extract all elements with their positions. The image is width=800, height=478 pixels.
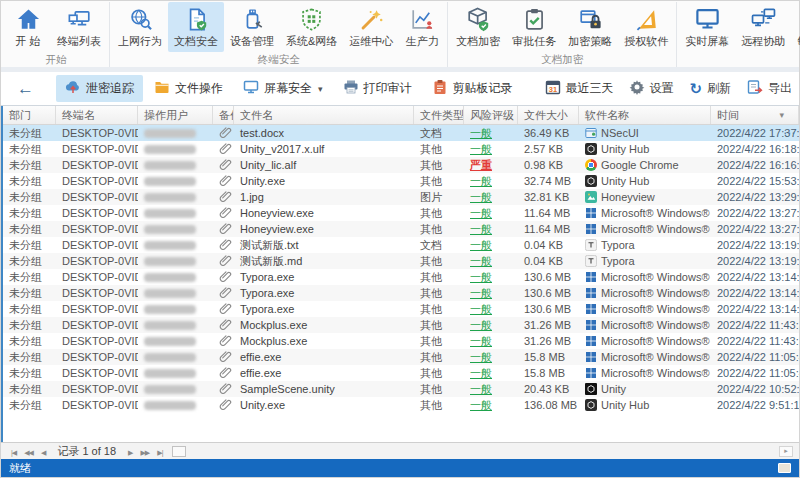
- date-range-button[interactable]: 31最近三天: [536, 75, 623, 102]
- table-row[interactable]: 未分组DESKTOP-0VIDMDJUnity.exe其他一般136.08 MB…: [3, 397, 799, 413]
- ribbon-internet-behavior-button[interactable]: 上网行为: [112, 2, 168, 52]
- leak-trace-button[interactable]: 泄密追踪: [56, 75, 143, 102]
- pager-prev-button[interactable]: ◀: [37, 449, 49, 456]
- table-row[interactable]: 未分组DESKTOP-0VIDMDJUnity_lic.alf其他严重0.98 …: [3, 157, 799, 173]
- pager-first-button[interactable]: |◀: [7, 449, 20, 456]
- cell-file-type: 文档: [414, 237, 464, 253]
- paperclip-icon[interactable]: [219, 141, 232, 157]
- ribbon-document-security-button[interactable]: 文档安全: [168, 2, 224, 52]
- print-audit-button[interactable]: 打印审计: [334, 75, 421, 102]
- ribbon-group-label: 工具: [679, 53, 800, 67]
- paperclip-icon[interactable]: [219, 205, 232, 221]
- column-header-软件名称[interactable]: 软件名称: [579, 106, 711, 124]
- clipboard-records-button[interactable]: 剪贴板记录: [423, 75, 522, 102]
- table-row[interactable]: 未分组DESKTOP-0VIDMDJeffie.exe其他一般15.8 MBMi…: [3, 365, 799, 381]
- paperclip-icon[interactable]: [219, 157, 232, 173]
- ribbon-device-management-button[interactable]: 设备管理: [224, 2, 280, 52]
- column-header-文件类型[interactable]: 文件类型: [414, 106, 464, 124]
- pager-last-button[interactable]: ▶|: [153, 449, 166, 456]
- cell-risk-level: 一般: [464, 173, 518, 189]
- cell-software-name: Microsoft® Windows® Oper...: [579, 221, 711, 237]
- paperclip-icon[interactable]: [219, 269, 232, 285]
- column-header-备份[interactable]: 备份: [213, 106, 234, 124]
- ribbon-terminal-list-button[interactable]: 终端列表: [51, 2, 107, 52]
- table-row[interactable]: 未分组DESKTOP-0VIDMDJtest.docx文档一般36.49 KBN…: [3, 125, 799, 141]
- pager-next-button[interactable]: ▶: [124, 449, 136, 456]
- ribbon-realtime-screen-button[interactable]: 实时屏幕: [679, 2, 735, 52]
- ribbon-system-network-button[interactable]: 系统&网络: [280, 2, 343, 52]
- cell-operator-user: [138, 333, 213, 349]
- cell-file-name: 测试新版.txt: [234, 237, 414, 253]
- ribbon-authorized-software-button[interactable]: 授权软件: [618, 2, 674, 52]
- row-more-button[interactable]: ⋯: [783, 125, 795, 141]
- table-row[interactable]: 未分组DESKTOP-0VIDMDJUnity.exe其他一般32.74 MBU…: [3, 173, 799, 189]
- ribbon-button-label: 加密策略: [568, 34, 612, 49]
- cell-file-size: 31.26 MB: [518, 333, 579, 349]
- column-header-操作用户[interactable]: 操作用户: [138, 106, 213, 124]
- back-button[interactable]: ←: [9, 77, 42, 101]
- paperclip-icon[interactable]: [219, 237, 232, 253]
- paperclip-icon[interactable]: [219, 189, 232, 205]
- ribbon-ops-center-button[interactable]: 运维中心: [343, 2, 399, 52]
- paperclip-icon[interactable]: [219, 365, 232, 381]
- ribbon-productivity-button[interactable]: 生产力: [399, 2, 445, 52]
- table-row[interactable]: 未分组DESKTOP-0VIDMDJTypora.exe其他一般130.6 MB…: [3, 285, 799, 301]
- export-button[interactable]: 导出: [741, 75, 798, 102]
- column-header-部门[interactable]: 部门: [3, 106, 56, 124]
- cell-software-name: Microsoft® Windows® Oper...: [579, 349, 711, 365]
- paperclip-icon[interactable]: [219, 253, 232, 269]
- paperclip-icon[interactable]: [219, 333, 232, 349]
- paperclip-icon[interactable]: [219, 173, 232, 189]
- table-row[interactable]: 未分组DESKTOP-0VIDMDJSampleScene.unity其他一般2…: [3, 381, 799, 397]
- redacted-user-text: [144, 257, 196, 266]
- paperclip-icon[interactable]: [219, 285, 232, 301]
- paperclip-icon[interactable]: [219, 381, 232, 397]
- column-header-文件大小[interactable]: 文件大小: [518, 106, 579, 124]
- paperclip-icon[interactable]: [219, 397, 232, 413]
- status-bar: 就绪: [1, 459, 799, 477]
- table-row[interactable]: 未分组DESKTOP-0VIDMDJ1.jpg图片一般32.81 KBHoney…: [3, 189, 799, 205]
- paperclip-icon[interactable]: [219, 221, 232, 237]
- column-header-文件名[interactable]: 文件名: [234, 106, 414, 124]
- table-row[interactable]: 未分组DESKTOP-0VIDMDJTypora.exe其他一般130.6 MB…: [3, 269, 799, 285]
- ribbon-start-button[interactable]: 开 始: [5, 2, 51, 52]
- column-header-时间[interactable]: 时间▾: [711, 106, 799, 124]
- ribbon-approval-tasks-button[interactable]: 审批任务: [506, 2, 562, 52]
- column-header-终端名[interactable]: 终端名: [56, 106, 138, 124]
- cell-file-size: 2.57 KB: [518, 141, 579, 157]
- risk-badge: 一般: [470, 301, 492, 317]
- cell-terminal-name: DESKTOP-0VIDMDJ: [56, 189, 138, 205]
- table-row[interactable]: 未分组DESKTOP-0VIDMDJTypora.exe其他一般130.6 MB…: [3, 301, 799, 317]
- pager-prev-page-button[interactable]: ◀◀: [20, 449, 37, 456]
- cell-risk-level: 一般: [464, 205, 518, 221]
- ribbon-encryption-policy-button[interactable]: 加密策略: [562, 2, 618, 52]
- paperclip-icon[interactable]: [219, 349, 232, 365]
- ribbon-sensitive-scan-button[interactable]: 敏感内容扫描: [791, 2, 800, 52]
- file-operations-button[interactable]: 文件操作: [145, 75, 232, 102]
- paperclip-icon[interactable]: [219, 317, 232, 333]
- pager-extra-button[interactable]: [172, 446, 186, 457]
- ribbon-doc-encryption-button[interactable]: 文档加密: [450, 2, 506, 52]
- table-row[interactable]: 未分组DESKTOP-0VIDMDJ测试新版.txt文档一般0.04 KBTyp…: [3, 237, 799, 253]
- table-row[interactable]: 未分组DESKTOP-0VIDMDJUnity_v2017.x.ulf其他一般2…: [3, 141, 799, 157]
- table-row[interactable]: 未分组DESKTOP-0VIDMDJHoneyview.exe其他一般11.64…: [3, 221, 799, 237]
- h-scroll-right-arrow[interactable]: ▸: [779, 446, 793, 457]
- table-row[interactable]: 未分组DESKTOP-0VIDMDJeffie.exe其他一般15.8 MBMi…: [3, 349, 799, 365]
- settings-button[interactable]: 设置: [623, 75, 680, 102]
- column-header-风险评级[interactable]: 风险评级: [464, 106, 518, 124]
- table-row[interactable]: 未分组DESKTOP-0VIDMDJHoneyview.exe其他一般11.64…: [3, 205, 799, 221]
- paperclip-icon[interactable]: [219, 125, 232, 141]
- column-header-label: 操作用户: [144, 109, 188, 121]
- pager-next-page-button[interactable]: ▶▶: [136, 449, 153, 456]
- screen-security-button[interactable]: 屏幕安全▾: [234, 75, 332, 102]
- refresh-button[interactable]: ↻刷新: [684, 76, 738, 101]
- cell-software-name: Unity Hub: [579, 397, 711, 413]
- table-row[interactable]: 未分组DESKTOP-0VIDMDJ测试新版.md其他一般0.04 KBTypo…: [3, 253, 799, 269]
- risk-badge: 一般: [470, 397, 492, 413]
- data-grid: 部门终端名操作用户备份文件名文件类型风险评级文件大小软件名称时间▾ 未分组DES…: [1, 106, 799, 442]
- ribbon-remote-assist-button[interactable]: 远程协助: [735, 2, 791, 52]
- table-row[interactable]: 未分组DESKTOP-0VIDMDJMockplus.exe其他一般31.26 …: [3, 317, 799, 333]
- table-header-row: 部门终端名操作用户备份文件名文件类型风险评级文件大小软件名称时间▾: [3, 106, 799, 125]
- table-row[interactable]: 未分组DESKTOP-0VIDMDJMockplus.exe其他一般31.26 …: [3, 333, 799, 349]
- paperclip-icon[interactable]: [219, 301, 232, 317]
